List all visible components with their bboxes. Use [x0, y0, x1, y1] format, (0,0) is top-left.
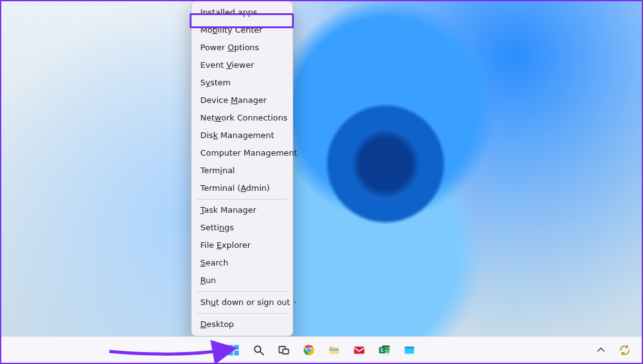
menu-item-network-connections[interactable]: Network Connections — [193, 109, 291, 127]
svg-point-4 — [254, 346, 261, 352]
taskbar-center-group: X — [225, 342, 418, 358]
svg-rect-0 — [229, 345, 234, 350]
menu-item-disk-management[interactable]: Disk Management — [193, 127, 291, 144]
menu-item-mobility-center[interactable]: Mobility Center — [193, 21, 291, 39]
excel-icon[interactable]: X — [376, 342, 392, 358]
sync-icon[interactable] — [617, 342, 633, 358]
menu-separator — [197, 313, 288, 314]
system-tray-chevron-icon[interactable] — [593, 342, 609, 358]
svg-line-5 — [261, 351, 264, 355]
menu-item-terminal-admin[interactable]: Terminal (Admin) — [193, 179, 291, 197]
svg-rect-1 — [234, 345, 239, 350]
menu-item-label: Shut down or sign out — [200, 297, 290, 308]
chrome-icon[interactable] — [301, 342, 317, 358]
menu-item-label: Desktop — [200, 319, 234, 330]
menu-item-terminal[interactable]: Terminal — [193, 162, 291, 179]
menu-item-label: Task Manager — [200, 205, 256, 216]
taskbar-system-tray — [593, 342, 633, 358]
menu-separator — [197, 199, 288, 200]
menu-item-label: Network Connections — [200, 112, 288, 124]
menu-item-label: Disk Management — [200, 130, 274, 141]
menu-item-label: Event Viewer — [200, 60, 254, 71]
mail-icon[interactable] — [351, 342, 367, 358]
menu-item-settings[interactable]: Settings — [193, 219, 291, 237]
menu-item-shut-down[interactable]: Shut down or sign out› — [193, 294, 291, 311]
svg-rect-13 — [330, 349, 339, 351]
svg-rect-3 — [234, 350, 239, 355]
svg-rect-14 — [354, 346, 365, 354]
menu-item-file-explorer[interactable]: File Explorer — [193, 237, 291, 254]
menu-item-label: System — [200, 77, 231, 88]
menu-item-event-viewer[interactable]: Event Viewer — [193, 56, 291, 74]
search-icon[interactable] — [251, 342, 267, 358]
menu-item-label: Run — [200, 275, 216, 286]
menu-item-label: File Explorer — [200, 240, 251, 251]
menu-item-label: Device Manager — [200, 95, 267, 106]
menu-item-desktop[interactable]: Desktop — [193, 316, 291, 333]
svg-rect-7 — [283, 349, 288, 354]
desktop-wallpaper — [1, 1, 642, 363]
menu-item-label: Terminal — [200, 165, 235, 176]
menu-item-installed-apps[interactable]: Installed apps — [193, 4, 291, 21]
menu-item-system[interactable]: System — [193, 74, 291, 92]
svg-rect-2 — [229, 350, 234, 355]
svg-rect-22 — [405, 346, 414, 348]
menu-item-label: Power Options — [200, 42, 259, 53]
menu-separator — [197, 291, 288, 292]
submenu-chevron-icon: › — [294, 297, 296, 308]
menu-item-label: Mobility Center — [200, 24, 262, 36]
menu-item-label: Installed apps — [200, 7, 257, 18]
menu-item-computer-management[interactable]: Computer Management — [193, 144, 291, 162]
menu-item-power-options[interactable]: Power Options — [193, 39, 291, 56]
menu-item-label: Terminal (Admin) — [200, 183, 270, 194]
menu-item-run[interactable]: Run — [193, 272, 291, 289]
menu-item-label: Computer Management — [200, 147, 297, 159]
menu-item-label: Search — [200, 257, 229, 269]
svg-text:X: X — [380, 348, 384, 353]
task-view-icon[interactable] — [276, 342, 292, 358]
app-icon[interactable] — [401, 342, 418, 358]
svg-point-11 — [308, 349, 310, 351]
menu-item-device-manager[interactable]: Device Manager — [193, 92, 291, 109]
menu-item-label: Settings — [200, 222, 234, 233]
taskbar: X — [1, 336, 642, 363]
start-context-menu: Installed appsMobility CenterPower Optio… — [191, 1, 293, 336]
menu-item-search[interactable]: Search — [193, 254, 291, 272]
menu-item-task-manager[interactable]: Task Manager — [193, 201, 291, 219]
start-icon[interactable] — [225, 342, 242, 358]
file-explorer-icon[interactable] — [326, 342, 342, 358]
